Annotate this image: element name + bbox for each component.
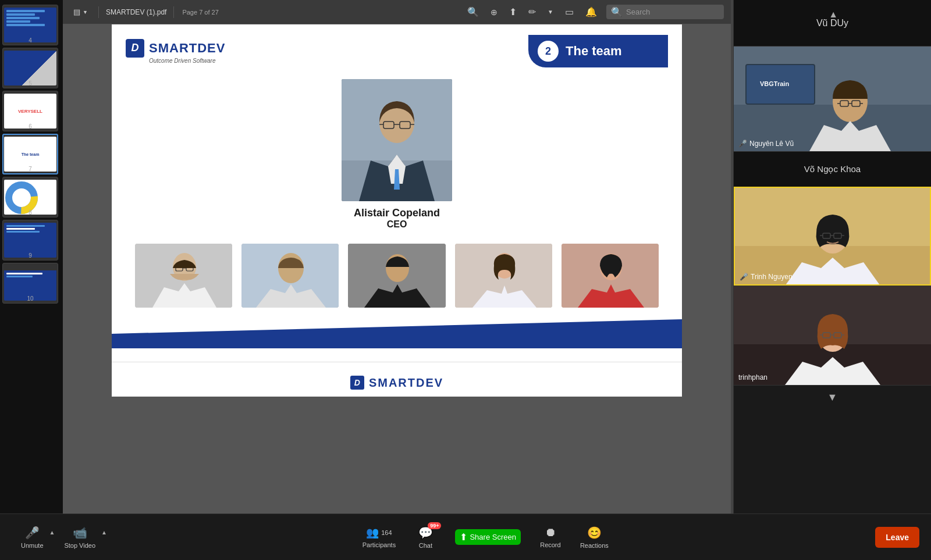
video-arrow-icon[interactable]: ▲ <box>101 529 107 536</box>
slides-sidebar: 4 5 VERYSELL 6 <box>0 0 63 513</box>
chat-button[interactable]: 💬 99+ Chat <box>405 521 446 554</box>
slide-thumb-10[interactable]: 10 <box>2 263 58 304</box>
chat-label: Chat <box>419 542 432 549</box>
badge-number: 2 <box>538 41 559 62</box>
ceo-section: Alistair Copeland CEO <box>112 74 682 234</box>
sidebar-icon: ▤ <box>73 8 80 16</box>
team-photo-3 <box>348 244 445 308</box>
slide-thumb-4[interactable]: 4 <box>2 5 58 45</box>
unmute-icon: 🎤 <box>25 526 40 540</box>
slide-footer <box>112 319 682 348</box>
chevron-down-area[interactable]: ▼ <box>734 386 931 409</box>
slide-thumb-5[interactable]: 5 <box>2 48 58 88</box>
reactions-icon: 😊 <box>587 526 602 540</box>
annotate-arrow[interactable]: ▼ <box>545 8 556 16</box>
video-container-1: VBGTrain � <box>734 47 931 151</box>
video-container-3: 🎤 Trinh Nguyen <box>734 187 931 286</box>
team-photo-1 <box>135 244 232 308</box>
annotate-button[interactable]: ✏ <box>526 5 538 19</box>
participant-1-name: Nguyên Lê Vũ <box>749 140 794 148</box>
toolbar-icons: 🔍 ⊕ ⬆ ✏ ▼ ▭ 🔔 🔍 <box>465 5 724 19</box>
participant-4-name: trinhphan <box>738 373 767 381</box>
share-button[interactable]: ⬆ <box>507 5 519 19</box>
logo-brand: D SMARTDEV <box>126 39 225 58</box>
pdf-viewer: ▤ ▼ SMARTDEV (1).pdf Page 7 of 27 🔍 ⊕ ⬆ … <box>63 0 731 513</box>
unmute-button[interactable]: 🎤 Unmute <box>12 521 53 554</box>
slide-num-7: 7 <box>29 166 32 172</box>
participant-3-label: 🎤 Trinh Nguyen <box>740 273 793 281</box>
top-area: 4 5 VERYSELL 6 <box>0 0 931 513</box>
slide-thumb-8[interactable]: 8 <box>2 177 58 217</box>
mic-red-icon-1: 🎤 <box>738 140 747 148</box>
record-icon: ⏺ <box>545 526 556 539</box>
participants-count: 164 <box>381 529 392 536</box>
slide-num-9: 9 <box>29 252 32 259</box>
app-container: 4 5 VERYSELL 6 <box>0 0 931 560</box>
triangle-icon: ▼ <box>83 9 88 15</box>
bottom-toolbar: 🎤 Unmute ▲ 📹 Stop Video ▲ 👥 164 Particip… <box>0 513 931 560</box>
participant-3-name: Trinh Nguyen <box>751 273 793 281</box>
team-photo-4 <box>455 244 552 308</box>
logo-text: SMARTDEV <box>149 41 225 56</box>
clock-button[interactable]: 🔔 <box>583 5 599 19</box>
toolbar-divider-2 <box>173 6 174 18</box>
leave-button[interactable]: Leave <box>875 527 919 548</box>
slide-num-5: 5 <box>29 80 32 87</box>
logo-icon: D <box>126 39 144 58</box>
slide-num-4: 4 <box>29 37 32 44</box>
bottom-logo-icon: D <box>350 376 364 390</box>
participants-button[interactable]: 👥 164 Participants <box>353 522 405 553</box>
participant-2-header: Võ Ngọc Khoa <box>734 152 931 187</box>
smartdev-logo: D SMARTDEV Outcome Driven Software <box>126 39 225 64</box>
slide7-mini-label: The team <box>22 152 40 156</box>
pdf-page[interactable]: D SMARTDEV Outcome Driven Software 2 The… <box>63 24 731 513</box>
sidebar-toggle-button[interactable]: ▤ ▼ <box>70 6 91 17</box>
logo-letter: D <box>132 42 139 54</box>
participants-label: Participants <box>363 541 396 548</box>
record-button[interactable]: ⏺ Record <box>530 521 571 553</box>
participant-header-top: Vũ DUy <box>734 0 931 47</box>
share-screen-button[interactable]: ⬆ Share Screen <box>446 525 530 550</box>
zoom-out-button[interactable]: 🔍 <box>465 5 481 19</box>
search-bar: 🔍 <box>606 5 724 19</box>
chevron-down-icon: ▼ <box>827 391 838 404</box>
ceo-photo <box>342 79 452 201</box>
svg-text:VBGTrain: VBGTrain <box>760 80 789 87</box>
slide-page-main: D SMARTDEV Outcome Driven Software 2 The… <box>112 24 682 362</box>
team-photo-5 <box>562 244 659 308</box>
unmute-label: Unmute <box>21 542 44 549</box>
search-input[interactable] <box>626 8 719 16</box>
participant-video-4: trinhphan <box>734 286 931 386</box>
slide-thumb-9[interactable]: 9 <box>2 220 58 261</box>
slide-num-6: 6 <box>29 123 32 130</box>
markup-button[interactable]: ▭ <box>563 5 576 19</box>
chevron-up-button[interactable]: ▲ <box>829 9 838 20</box>
slide-header: D SMARTDEV Outcome Driven Software 2 The… <box>112 24 682 74</box>
video-icon: 📹 <box>73 526 87 540</box>
toolbar-divider-1 <box>98 6 99 18</box>
slide-page-bottom: D SMARTDEV <box>112 362 682 397</box>
chevron-up-icon: ▲ <box>829 9 838 19</box>
slide-thumb-6[interactable]: VERYSELL 6 <box>2 91 58 131</box>
pdf-filename: SMARTDEV (1).pdf <box>106 8 166 16</box>
team-photos-row <box>112 234 682 308</box>
chat-badge: 99+ <box>428 522 441 529</box>
participants-icon: 👥 <box>366 526 379 539</box>
slide-thumb-7[interactable]: The team 7 <box>2 134 58 174</box>
zoom-in-button[interactable]: ⊕ <box>488 6 500 18</box>
participants-panel: ▲ Vũ DUy VBGTr <box>733 0 931 513</box>
reactions-label: Reactions <box>580 542 609 549</box>
pdf-toolbar: ▤ ▼ SMARTDEV (1).pdf Page 7 of 27 🔍 ⊕ ⬆ … <box>63 0 731 24</box>
stop-video-group: 📹 Stop Video ▲ <box>55 521 107 554</box>
reactions-button[interactable]: 😊 Reactions <box>571 521 618 554</box>
stop-video-button[interactable]: 📹 Stop Video <box>55 521 105 554</box>
search-icon: 🔍 <box>611 6 623 17</box>
slide-num-10: 10 <box>27 295 33 302</box>
logo-tagline: Outcome Driven Software <box>149 58 225 64</box>
participant-video-1: VBGTrain � <box>734 47 931 152</box>
stop-video-label: Stop Video <box>64 542 95 549</box>
unmute-arrow-icon[interactable]: ▲ <box>49 529 55 536</box>
mic-red-icon-3: 🎤 <box>740 273 748 281</box>
slide-title-badge: 2 The team <box>528 35 668 67</box>
share-screen-icon-bg: ⬆ Share Screen <box>455 529 521 545</box>
